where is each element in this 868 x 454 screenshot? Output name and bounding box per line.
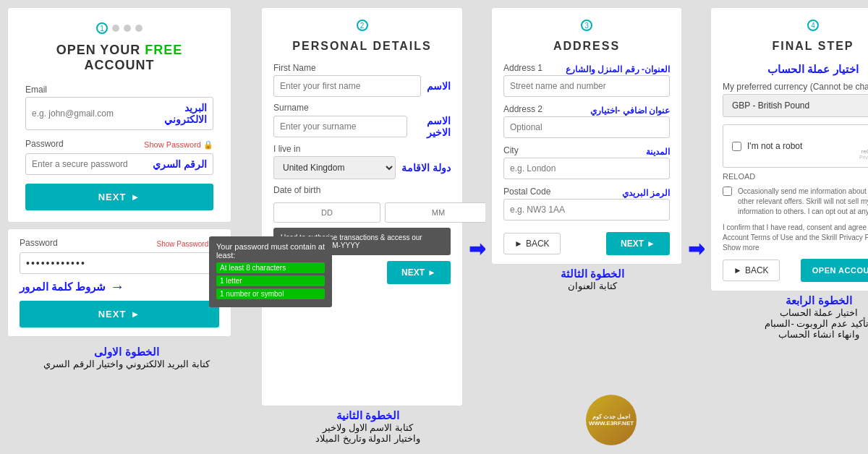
recaptcha-logo: ☍ reCAPTCHA Privacy - Terms bbox=[859, 132, 868, 160]
password-input[interactable] bbox=[32, 159, 153, 169]
newsletter-checkbox[interactable] bbox=[723, 187, 732, 196]
step1-next-icon: ► bbox=[130, 192, 140, 202]
addr2-arabic: عنوان اضافي -اختياري bbox=[590, 106, 670, 116]
step3-back-button[interactable]: ► BACK bbox=[503, 233, 561, 254]
step4-annotation: الخطوة الرابعة اختيار عملة الحساب وتأكيد… bbox=[710, 291, 868, 343]
step2-ann-body1: كتابة الاسم الاول ولاخير bbox=[267, 422, 469, 433]
open-account-button[interactable]: OPEN ACCOUNT ► bbox=[801, 259, 868, 282]
live-in-label: I live in bbox=[273, 144, 451, 154]
pass-dots: •••••••••••• bbox=[26, 257, 86, 269]
email-arabic: البريد الالكتروني bbox=[140, 102, 207, 125]
step4-ann-title: الخطوة الرابعة bbox=[716, 294, 868, 307]
step4-dot: 4 bbox=[807, 20, 819, 31]
live-in-row: United Kingdom دولة الاقامة bbox=[273, 156, 451, 179]
addr2-label: Address 2 bbox=[503, 104, 542, 114]
step2-next-button[interactable]: NEXT ► bbox=[387, 261, 451, 284]
step3-col: 3 ADDRESS Address 1 العنوان- رقم المنزل … bbox=[485, 0, 688, 454]
terms-text: I confirm that I have read, consent and … bbox=[723, 223, 868, 253]
step1-wrapper: 1 OPEN YOUR FREE ACCOUNT Email البريد ال… bbox=[0, 0, 239, 454]
addr2-input[interactable] bbox=[503, 116, 670, 138]
step1-title: OPEN YOUR FREE ACCOUNT bbox=[25, 43, 213, 73]
step1-panel: 1 OPEN YOUR FREE ACCOUNT Email البريد ال… bbox=[7, 7, 231, 223]
step2-dot: 2 bbox=[357, 20, 368, 31]
email-field-row: البريد الالكتروني bbox=[25, 97, 213, 130]
step1b-arrow: → bbox=[110, 278, 124, 295]
surname-row: الاسم الاخير bbox=[273, 115, 451, 138]
step3-next-icon: ► bbox=[647, 239, 655, 249]
step1b-next-button[interactable]: NEXT ► bbox=[20, 301, 219, 327]
watermark-line1: اجمل جدت كوم bbox=[589, 414, 634, 420]
open-account-label: OPEN ACCOUNT bbox=[812, 266, 868, 275]
email-input[interactable] bbox=[32, 108, 140, 119]
arrow-1-2: ➡ bbox=[239, 0, 255, 454]
watermark-line2: WWW.E3RF.NET bbox=[589, 420, 634, 427]
recaptcha-box: I'm not a robot ☍ reCAPTCHA Privacy - Te… bbox=[723, 124, 868, 168]
first-name-row: الاسم bbox=[273, 75, 451, 97]
step1-dot4 bbox=[135, 25, 142, 32]
step1-next-button[interactable]: NEXT ► bbox=[25, 184, 213, 210]
email-label: Email bbox=[25, 85, 213, 95]
step2-annotation: الخطوة الثانية كتابة الاسم الاول ولاخير … bbox=[261, 406, 475, 447]
free-word: FREE bbox=[145, 43, 182, 57]
step4-title: FINAL STEP bbox=[723, 40, 868, 53]
step2-next-label: NEXT bbox=[401, 267, 425, 278]
addr1-label: Address 1 bbox=[503, 63, 542, 73]
step4-title-arabic: اختيار عملة الحساب bbox=[723, 63, 868, 76]
tooltip-tip3: 1 number or symbol bbox=[216, 288, 325, 299]
step3-next-button[interactable]: NEXT ► bbox=[606, 232, 670, 255]
step1b-password-row: •••••••••••• bbox=[20, 252, 219, 274]
step2-col: 2 PERSONAL DETAILS First Name الاسم Surn… bbox=[255, 0, 469, 454]
step4-ann-body3: وانهاء انشاء الحساب bbox=[716, 329, 868, 340]
step2-ann-title: الخطوة الثانية bbox=[267, 409, 469, 422]
city-label-row: City المدينة bbox=[503, 145, 670, 158]
postal-label-row: Postal Code الرمز البريدي bbox=[503, 187, 670, 199]
show-password-link[interactable]: Show Password 🔒 bbox=[144, 140, 213, 150]
surname-input[interactable] bbox=[273, 116, 407, 137]
city-label: City bbox=[503, 145, 519, 155]
step1b-arabic: شروط كلمة المرور bbox=[20, 280, 106, 294]
step4-panel: 4 FINAL STEP اختيار عملة الحساب My prefe… bbox=[710, 7, 868, 291]
password-label-row: Password Show Password 🔒 bbox=[25, 139, 213, 151]
tooltip-tip1: At least 8 characters bbox=[216, 262, 325, 273]
postal-label: Postal Code bbox=[503, 187, 550, 197]
country-arabic: دولة الاقامة bbox=[401, 162, 451, 174]
step2-next-icon: ► bbox=[427, 267, 436, 278]
step4-back-button[interactable]: ► BACK bbox=[723, 260, 780, 281]
step3-ann-body: كتابة العنوان bbox=[497, 280, 688, 291]
tooltip-tip2: 1 letter bbox=[216, 275, 325, 286]
step2-title: PERSONAL DETAILS bbox=[273, 40, 451, 53]
password-label: Password bbox=[25, 139, 64, 149]
postal-input[interactable] bbox=[503, 199, 670, 220]
dob-dd[interactable] bbox=[273, 202, 380, 223]
step1-dots: 1 bbox=[25, 22, 213, 34]
watermark: اجمل جدت كوم WWW.E3RF.NET bbox=[586, 395, 637, 445]
password-tooltip: Your password must contain at least: At … bbox=[209, 236, 332, 307]
terms-text-content: I confirm that I have read, consent and … bbox=[723, 223, 868, 252]
step4-dots: 4 bbox=[723, 20, 868, 31]
surname-arabic: الاسم الاخير bbox=[413, 115, 451, 138]
city-input[interactable] bbox=[503, 158, 670, 179]
password-arabic: الرقم السري bbox=[153, 158, 207, 170]
first-name-input[interactable] bbox=[273, 75, 421, 97]
country-select[interactable]: United Kingdom bbox=[273, 156, 396, 179]
addr1-label-row: Address 1 العنوان- رقم المنزل والشارع bbox=[503, 63, 670, 75]
step2-panel: 2 PERSONAL DETAILS First Name الاسم Surn… bbox=[261, 7, 463, 406]
recaptcha-checkbox[interactable] bbox=[732, 142, 741, 151]
addr1-input[interactable] bbox=[503, 75, 670, 97]
password-group: Password Show Password 🔒 الرقم السري bbox=[25, 139, 213, 175]
currency-select[interactable]: GBP - British Pound bbox=[723, 94, 868, 117]
email-group: Email البريد الالكتروني bbox=[25, 85, 213, 130]
first-name-arabic: الاسم bbox=[427, 80, 451, 92]
step4-back-icon: ► bbox=[733, 265, 742, 275]
addr1-arabic: العنوان- رقم المنزل والشارع bbox=[566, 64, 670, 74]
step3-btn-row: ► BACK NEXT ► bbox=[503, 232, 670, 255]
step1b-next-icon: ► bbox=[130, 309, 140, 320]
step1b-panel: Password Show Password 🔒 •••••••••••• Yo… bbox=[7, 228, 231, 337]
surname-label: Surname bbox=[273, 103, 451, 113]
postal-arabic: الرمز البريدي bbox=[622, 188, 670, 198]
city-arabic: المدينة bbox=[646, 147, 670, 157]
reload-link[interactable]: RELOAD bbox=[723, 172, 868, 181]
step4-ann-body1: اختيار عملة الحساب bbox=[716, 307, 868, 318]
checkbox-text: Occasionally send me information about S… bbox=[738, 187, 868, 217]
step3-annotation: الخطوة الثالثة كتابة العنوان bbox=[491, 265, 694, 294]
